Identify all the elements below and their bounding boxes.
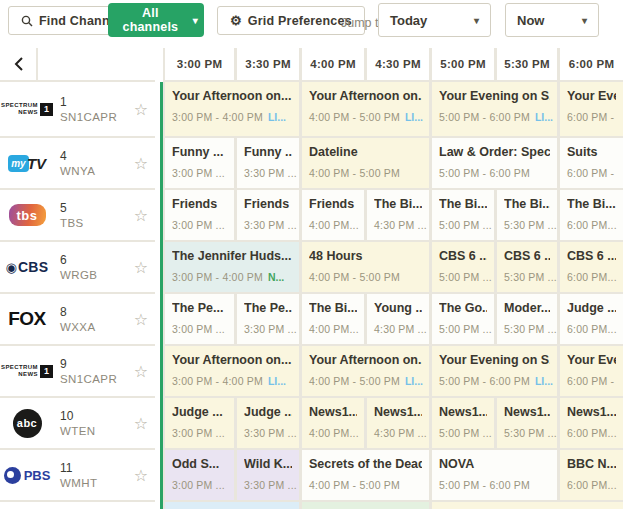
program-cell[interactable]: The Bi...6:00 PM... xyxy=(560,190,623,240)
program-cell[interactable]: Dateline4:00 PM - 5:00 PM xyxy=(302,138,429,188)
program-time-row: 3:00 PM ... xyxy=(172,475,227,493)
program-time-row: 4:00 PM... xyxy=(309,423,357,441)
program-time: 5:30 PM ... xyxy=(504,427,557,439)
program-cell[interactable]: The Bi...5:30 PM ... xyxy=(497,190,557,240)
program-time-row: 6:00 PM... xyxy=(567,475,616,493)
program-title: News1... xyxy=(374,405,422,419)
program-cell[interactable]: Law & Order: Spec...5:00 PM - 6:00 PM xyxy=(432,138,557,188)
program-time-row: 4:00 PM - 5:00 PM xyxy=(309,475,422,493)
channel-cell[interactable]: SPECTRUMNEWS11SN1CAPR☆ xyxy=(0,82,155,136)
program-cell[interactable]: News1...4:30 PM ... xyxy=(367,398,429,448)
program-cell[interactable]: Funny ...3:30 PM ... xyxy=(237,138,299,188)
program-cell[interactable]: The Pe...3:30 PM ... xyxy=(237,294,299,344)
channel-cell[interactable]: SPECTRUMNEWS19SN1CAPR☆ xyxy=(0,346,155,396)
program-time-row: 4:00 PM - 5:00 PMLI... xyxy=(309,371,422,389)
program-cell[interactable]: Friends3:30 PM ... xyxy=(237,190,299,240)
program-cell[interactable]: The Bi...4:00 PM... xyxy=(302,294,364,344)
program-cell[interactable]: Your Afternoon on...3:00 PM - 4:00 PMLI.… xyxy=(165,346,299,396)
program-time: 3:30 PM ... xyxy=(244,167,297,179)
program-cell[interactable]: The Bi...5:00 PM ... xyxy=(432,190,494,240)
channel-cell[interactable]: FOX8WXXA☆ xyxy=(0,294,155,344)
program-cell[interactable]: Your Evening on S...5:00 PM - 6:00 PMLI.… xyxy=(432,82,557,136)
channel-cell[interactable]: myTV4WNYA☆ xyxy=(0,138,155,188)
program-cell[interactable]: Wild K...3:30 PM ... xyxy=(237,450,299,500)
channel-cell[interactable]: abc10WTEN☆ xyxy=(0,398,155,448)
date-dropdown[interactable]: Today ▾ xyxy=(378,3,491,37)
channel-number: 4 xyxy=(60,149,95,163)
program-cell[interactable]: Young ...4:30 PM ... xyxy=(367,294,429,344)
all-channels-dropdown[interactable]: All channels ▾ xyxy=(108,3,204,37)
program-cell[interactable]: CBS 6 ...6:00 PM... xyxy=(560,242,623,292)
favorite-star-icon[interactable]: ☆ xyxy=(134,206,148,225)
program-cell[interactable]: Moder...5:30 PM ... xyxy=(497,294,557,344)
program-time-row: 5:30 PM ... xyxy=(504,267,550,285)
program-cell[interactable]: Judge ...6:00 PM... xyxy=(560,294,623,344)
program-time-row: 4:00 PM - 5:00 PM xyxy=(309,267,422,285)
program-cell[interactable]: CBS 6 ...5:30 PM ... xyxy=(497,242,557,292)
program-cell[interactable]: NOVA5:00 PM - 6:00 PM xyxy=(432,450,557,500)
eye-icon: ◉ xyxy=(6,261,17,274)
channel-cell[interactable]: PBS11WMHT☆ xyxy=(0,450,155,500)
favorite-star-icon[interactable]: ☆ xyxy=(134,414,148,433)
program-cell[interactable]: Suits6:00 PM - xyxy=(560,138,623,188)
program-cell[interactable]: News1...6:00 PM... xyxy=(560,398,623,448)
program-time: 3:30 PM ... xyxy=(244,427,297,439)
program-cell[interactable]: Your Eve6:00 PM - xyxy=(560,82,623,136)
program-time: 4:00 PM... xyxy=(309,427,359,439)
favorite-star-icon[interactable]: ☆ xyxy=(134,258,148,277)
chevron-down-icon: ▾ xyxy=(582,15,587,26)
search-icon xyxy=(21,15,33,27)
program-cell[interactable]: Your Evening on S...5:00 PM - 6:00 PMLI.… xyxy=(432,346,557,396)
program-cell[interactable]: Your Eve6:00 PM - xyxy=(560,346,623,396)
program-cell[interactable]: The Go...5:00 PM ... xyxy=(432,294,494,344)
program-cell[interactable]: BBC N...6:00 PM... xyxy=(560,450,623,500)
live-badge: LI... xyxy=(535,375,553,387)
favorite-star-icon[interactable]: ☆ xyxy=(134,362,148,381)
favorite-star-icon[interactable]: ☆ xyxy=(134,100,148,119)
program-cell[interactable]: 48 Hours4:00 PM - 5:00 PM xyxy=(302,242,429,292)
program-title: News1... xyxy=(309,405,357,419)
time-dropdown[interactable]: Now ▾ xyxy=(505,3,599,37)
program-cell[interactable]: News1...5:00 PM ... xyxy=(432,398,494,448)
program-cell[interactable]: News1...5:30 PM ... xyxy=(497,398,557,448)
favorite-star-icon[interactable]: ☆ xyxy=(134,310,148,329)
channel-info: 8WXXA xyxy=(60,305,95,333)
program-cell[interactable]: News1...4:00 PM... xyxy=(302,398,364,448)
program-cell[interactable]: The Jennifer Huds...3:00 PM - 4:00 PMN..… xyxy=(165,242,299,292)
channel-callsign: SN1CAPR xyxy=(60,111,117,123)
program-time: 5:30 PM ... xyxy=(504,271,557,283)
channel-cell[interactable]: tbs5TBS☆ xyxy=(0,190,155,240)
program-time: 5:00 PM ... xyxy=(439,271,492,283)
program-cell[interactable]: Judge ...3:30 PM ... xyxy=(237,398,299,448)
program-cell[interactable]: Your Afternoon on...3:00 PM - 4:00 PMLI.… xyxy=(165,82,299,136)
favorite-star-icon[interactable]: ☆ xyxy=(134,154,148,173)
program-cell[interactable]: Judge ...3:00 PM ... xyxy=(165,398,234,448)
program-cell[interactable]: Friends4:00 PM... xyxy=(302,190,364,240)
program-cell[interactable]: Friends3:00 PM ... xyxy=(165,190,234,240)
program-cell[interactable]: Your Afternoon on...4:00 PM - 5:00 PMLI.… xyxy=(302,82,429,136)
program-cell[interactable]: Funny ...3:00 PM ... xyxy=(165,138,234,188)
favorite-star-icon[interactable]: ☆ xyxy=(134,466,148,485)
program-cell[interactable]: Secrets of the Dead4:00 PM - 5:00 PM xyxy=(302,450,429,500)
program-time: 3:00 PM ... xyxy=(172,323,225,335)
program-time-row: 5:00 PM - 6:00 PMLI... xyxy=(439,107,550,125)
channel-callsign: WXXA xyxy=(60,321,95,333)
program-cell[interactable]: The Bi...4:30 PM ... xyxy=(367,190,429,240)
program-cell[interactable]: Your Afternoon on...4:00 PM - 5:00 PMLI.… xyxy=(302,346,429,396)
channel-cell[interactable]: ◉CBS6WRGB☆ xyxy=(0,242,155,292)
program-time-row: 6:00 PM... xyxy=(567,319,616,337)
logo-mark xyxy=(4,467,21,484)
new-badge: N... xyxy=(268,271,284,283)
program-time: 5:00 PM - 6:00 PM xyxy=(439,111,530,123)
channel-number: 5 xyxy=(60,201,84,215)
program-time: 3:30 PM ... xyxy=(244,323,297,335)
program-title: NOVA xyxy=(439,457,550,471)
program-cell[interactable]: CBS 6 ...5:00 PM ... xyxy=(432,242,494,292)
program-time: 4:30 PM ... xyxy=(374,219,427,231)
program-time: 6:00 PM - xyxy=(567,375,614,387)
program-title: Friends xyxy=(244,197,292,211)
program-title: Judge ... xyxy=(244,405,292,419)
program-time-row: 4:00 PM - 5:00 PMLI... xyxy=(309,107,422,125)
program-cell[interactable]: The Pe...3:00 PM ... xyxy=(165,294,234,344)
program-cell[interactable]: Odd S...3:00 PM ... xyxy=(165,450,234,500)
